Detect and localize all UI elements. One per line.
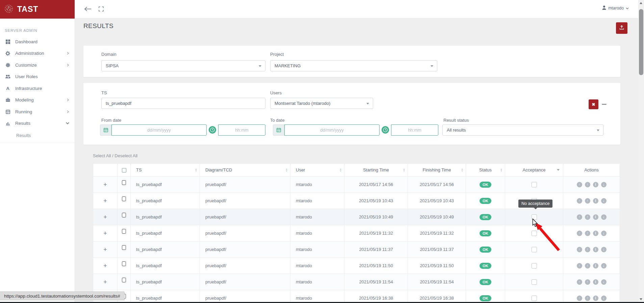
circle-arrow-up-icon[interactable]: ↑ <box>585 231 590 236</box>
circle-arrow-up-icon[interactable]: ↑ <box>577 231 582 236</box>
circle-arrow-down-icon[interactable]: ↓ <box>601 214 607 220</box>
from-date-input[interactable] <box>111 124 207 136</box>
circle-info-icon[interactable]: i <box>593 263 598 269</box>
scrollbar-thumb[interactable] <box>639 9 643 75</box>
expand-row-button[interactable]: + <box>103 279 107 285</box>
calendar-icon[interactable] <box>273 124 284 136</box>
expand-row-button[interactable]: + <box>103 197 107 204</box>
calendar-icon[interactable] <box>100 124 111 136</box>
column-header-starting-time[interactable]: Starting Time▲▼ <box>344 164 408 177</box>
acceptance-checkbox[interactable] <box>532 231 537 236</box>
circle-info-icon[interactable]: i <box>593 279 598 285</box>
circle-arrow-up-icon[interactable]: ↑ <box>585 296 590 301</box>
acceptance-checkbox[interactable] <box>532 214 537 220</box>
circle-arrow-down-icon[interactable]: ↓ <box>601 182 607 187</box>
circle-arrow-up-icon[interactable]: ↑ <box>577 198 582 204</box>
clock-icon[interactable] <box>209 126 216 134</box>
circle-arrow-up-icon[interactable]: ↑ <box>577 296 582 301</box>
sidebar-item-administration[interactable]: Administration <box>0 48 75 60</box>
result-status-select[interactable]: All results <box>442 124 603 136</box>
vertical-scrollbar[interactable] <box>638 0 644 303</box>
clock-icon[interactable] <box>382 126 389 134</box>
row-checkbox[interactable] <box>122 278 126 282</box>
sidebar-item-running[interactable]: Running <box>0 106 75 118</box>
column-header-ts[interactable]: TS▲▼ <box>131 164 200 177</box>
circle-info-icon[interactable]: i <box>593 182 598 187</box>
circle-arrow-down-icon[interactable]: ↓ <box>601 198 607 204</box>
ts-input[interactable] <box>101 98 265 109</box>
circle-arrow-down-icon[interactable]: ↓ <box>601 263 607 269</box>
expand-row-button[interactable]: + <box>103 230 107 237</box>
scrollbar-down-arrow-icon[interactable] <box>640 298 642 300</box>
circle-info-icon[interactable]: i <box>593 231 598 236</box>
sidebar-item-dashboard[interactable]: Dashboard <box>0 36 75 48</box>
sort-icon[interactable]: ▲▼ <box>403 168 405 172</box>
domain-select[interactable]: SIPSA <box>101 60 265 71</box>
expand-row-button[interactable]: + <box>103 214 107 220</box>
acceptance-checkbox[interactable] <box>532 247 537 252</box>
row-checkbox[interactable] <box>122 245 126 250</box>
sidebar-item-infrastructure[interactable]: A Infrastructure <box>0 83 75 94</box>
column-header-status[interactable]: Status▲▼ <box>466 164 505 177</box>
sort-icon[interactable]: ▲▼ <box>195 168 197 172</box>
select-all-link[interactable]: Select All / Deselect All <box>93 153 137 158</box>
to-time-input[interactable] <box>391 124 438 136</box>
from-time-input[interactable] <box>218 124 265 136</box>
arrow-left-icon[interactable] <box>84 6 92 13</box>
fullscreen-icon[interactable] <box>99 6 104 13</box>
column-header-acceptance[interactable]: Acceptance <box>505 164 563 177</box>
sort-icon[interactable]: ▲▼ <box>500 168 503 172</box>
expand-row-button[interactable]: + <box>103 262 107 269</box>
sidebar-item-results[interactable]: Results <box>0 118 75 130</box>
circle-info-icon[interactable]: i <box>593 198 598 204</box>
select-all-checkbox[interactable] <box>122 168 126 172</box>
sidebar-item-user-roles[interactable]: User Roles <box>0 71 75 83</box>
circle-arrow-up-icon[interactable]: ↑ <box>585 263 590 269</box>
user-menu[interactable]: mtarodo <box>602 5 629 11</box>
column-header-user[interactable]: User▲▼ <box>290 164 344 177</box>
expand-row-button[interactable]: + <box>103 246 107 253</box>
clear-filter-button[interactable]: ✖ <box>589 99 598 109</box>
acceptance-checkbox[interactable] <box>532 263 537 269</box>
sort-icon[interactable]: ▲▼ <box>285 168 288 172</box>
acceptance-checkbox[interactable] <box>532 182 537 187</box>
sort-icon[interactable]: ▲▼ <box>339 168 342 172</box>
sidebar-subitem-results[interactable]: Results <box>0 130 75 141</box>
circle-arrow-up-icon[interactable]: ↑ <box>577 263 582 269</box>
row-checkbox[interactable] <box>122 196 126 201</box>
circle-arrow-down-icon[interactable]: ↓ <box>601 231 607 236</box>
circle-arrow-down-icon[interactable]: ↓ <box>601 247 607 252</box>
expand-row-button[interactable]: + <box>103 181 107 188</box>
circle-arrow-up-icon[interactable]: ↑ <box>577 214 582 220</box>
remove-filter-button[interactable] <box>602 104 607 105</box>
users-select[interactable]: Montserrat Tarodo (mtarodo) <box>270 98 373 109</box>
circle-info-icon[interactable]: i <box>593 296 598 301</box>
to-date-input[interactable] <box>284 124 380 136</box>
row-checkbox[interactable] <box>122 229 126 234</box>
sort-icon[interactable]: ▲▼ <box>461 168 463 172</box>
circle-arrow-up-icon[interactable]: ↑ <box>585 247 590 252</box>
circle-arrow-down-icon[interactable]: ↓ <box>601 279 607 285</box>
circle-arrow-up-icon[interactable]: ↑ <box>577 279 582 285</box>
row-checkbox[interactable] <box>122 180 126 185</box>
upload-button[interactable] <box>616 22 627 34</box>
scrollbar-up-arrow-icon[interactable] <box>640 2 642 4</box>
sidebar-item-customize[interactable]: Customize <box>0 59 75 71</box>
circle-arrow-down-icon[interactable]: ↓ <box>601 296 607 301</box>
acceptance-checkbox[interactable] <box>532 296 537 301</box>
circle-arrow-up-icon[interactable]: ↑ <box>585 279 590 285</box>
circle-arrow-up-icon[interactable]: ↑ <box>577 182 582 187</box>
circle-arrow-up-icon[interactable]: ↑ <box>585 182 590 187</box>
circle-arrow-up-icon[interactable]: ↑ <box>585 198 590 204</box>
column-header-diagram[interactable]: Diagram/TCD▲▼ <box>200 164 290 177</box>
circle-arrow-up-icon[interactable]: ↑ <box>577 247 582 252</box>
sidebar-item-modeling[interactable]: Modeling <box>0 94 75 106</box>
row-checkbox[interactable] <box>122 261 126 266</box>
project-select[interactable]: MARKETING <box>270 60 437 71</box>
column-header-finishing-time[interactable]: Finishing Time▲▼ <box>408 164 466 177</box>
circle-arrow-up-icon[interactable]: ↑ <box>585 214 590 220</box>
acceptance-checkbox[interactable] <box>532 279 537 285</box>
row-checkbox[interactable] <box>122 213 126 217</box>
circle-info-icon[interactable]: i <box>593 247 598 252</box>
circle-info-icon[interactable]: i <box>593 214 598 220</box>
